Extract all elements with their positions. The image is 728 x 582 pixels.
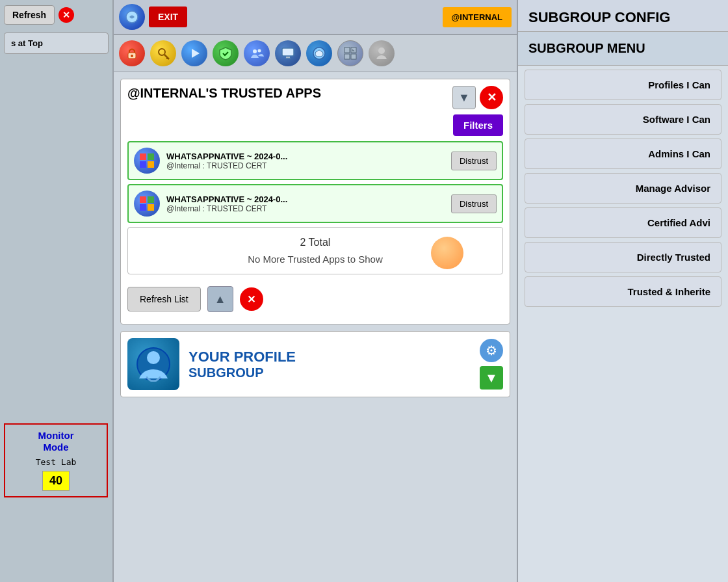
lock-icon[interactable] (119, 40, 145, 66)
app-item-1: WHATSAPPNATIVE ~ 2024-0... @Internal : T… (127, 141, 503, 180)
test-lab-label: Test Lab (10, 457, 101, 467)
svg-point-6 (253, 49, 257, 53)
svg-rect-15 (351, 54, 356, 59)
manage-advisor-menu-item[interactable]: Manage Advisor (525, 173, 722, 204)
app-icon-2 (134, 191, 160, 217)
toolbar-icon-1[interactable] (119, 4, 145, 30)
trusted-inherited-menu-item[interactable]: Trusted & Inherite (525, 276, 722, 307)
left-sidebar: Refresh ✕ s at Top MonitorMode Test Lab … (0, 0, 114, 582)
shield-icon[interactable] (213, 40, 239, 66)
profile-subgroup: SUBGROUP (188, 365, 471, 380)
profile-section: YOUR PROFILE SUBGROUP ⚙ ▼ (120, 331, 510, 397)
profile-actions: ⚙ ▼ (480, 339, 503, 390)
svg-rect-12 (344, 47, 350, 53)
trusted-apps-title: @INTERNAL'S TRUSTED APPS (127, 86, 452, 101)
svg-point-7 (258, 49, 261, 53)
top-toolbar: EXIT @INTERNAL (114, 0, 517, 35)
profiles-menu-item[interactable]: Profiles I Can (525, 70, 722, 100)
svg-point-18 (147, 351, 160, 364)
directly-trusted-menu-item[interactable]: Directly Trusted (525, 242, 722, 272)
number-badge: 40 (42, 471, 70, 491)
profile-name: YOUR PROFILE (188, 349, 471, 365)
right-panel-title: SUBGROUP CONFIG (518, 0, 728, 32)
certified-advisor-menu-item[interactable]: Certified Advi (525, 207, 722, 238)
up-arrow-button[interactable]: ▲ (207, 286, 233, 312)
content-area: @INTERNAL'S TRUSTED APPS ▼ ✕ Filters WHA… (114, 72, 517, 582)
svg-point-3 (159, 49, 165, 55)
grid-icon[interactable] (337, 40, 363, 66)
monitor-icon[interactable] (275, 40, 301, 66)
distrust-button-1[interactable]: Distrust (451, 152, 497, 170)
app-name-1: WHATSAPPNATIVE ~ 2024-0... (166, 152, 445, 161)
software-menu-item[interactable]: Software I Can (525, 104, 722, 135)
app-item-2: WHATSAPPNATIVE ~ 2024-0... @Internal : T… (127, 184, 503, 223)
filters-button[interactable]: Filters (453, 114, 503, 136)
summary-row: 2 Total No More Trusted Apps to Show (127, 227, 503, 274)
refresh-button[interactable]: Refresh (4, 5, 55, 25)
sidebar-refresh-row: Refresh ✕ (0, 0, 112, 30)
cloud-icon[interactable] (306, 40, 332, 66)
admins-menu-item[interactable]: Admins I Can (525, 139, 722, 169)
close-icon[interactable]: ✕ (58, 7, 74, 23)
svg-point-2 (131, 55, 133, 57)
svg-point-16 (378, 47, 385, 54)
total-label: 2 Total (300, 237, 331, 248)
profile-icon (127, 338, 179, 390)
app-status-1: @Internal : TRUSTED CERT (166, 161, 445, 170)
distrust-button-2[interactable]: Distrust (451, 194, 497, 213)
right-panel: SUBGROUP CONFIG SUBGROUP MENU Profiles I… (517, 0, 728, 582)
top-button[interactable]: s at Top (4, 33, 109, 54)
person-icon[interactable] (369, 40, 395, 66)
svg-rect-14 (344, 54, 350, 59)
monitor-mode-label: MonitorMode (10, 430, 101, 453)
trusted-apps-header: @INTERNAL'S TRUSTED APPS ▼ ✕ (127, 86, 503, 109)
exit-button[interactable]: EXIT (149, 7, 187, 27)
funnel-button[interactable]: ▼ (452, 86, 476, 109)
close-bottom-button[interactable]: ✕ (240, 287, 263, 311)
down-arrow-button[interactable]: ▼ (480, 366, 503, 390)
close-trusted-apps-button[interactable]: ✕ (480, 86, 503, 109)
svg-marker-5 (192, 49, 200, 58)
play-icon[interactable] (181, 40, 207, 66)
app-name-2: WHATSAPPNATIVE ~ 2024-0... (166, 194, 445, 204)
app-info-1: WHATSAPPNATIVE ~ 2024-0... @Internal : T… (166, 152, 445, 170)
icon-toolbar (114, 35, 517, 72)
profile-info: YOUR PROFILE SUBGROUP (188, 349, 471, 380)
monitor-mode-box: MonitorMode Test Lab 40 (4, 423, 108, 497)
orange-circle-decoration (431, 237, 463, 269)
svg-rect-8 (282, 48, 294, 56)
header-controls: ▼ ✕ (452, 86, 503, 109)
right-menu-heading: SUBGROUP MENU (518, 37, 728, 60)
gear-button[interactable]: ⚙ (480, 339, 503, 362)
key-icon[interactable] (150, 40, 176, 66)
internal-button[interactable]: @INTERNAL (443, 7, 512, 27)
trusted-apps-section: @INTERNAL'S TRUSTED APPS ▼ ✕ Filters WHA… (120, 79, 510, 324)
app-info-2: WHATSAPPNATIVE ~ 2024-0... @Internal : T… (166, 194, 445, 213)
main-panel: EXIT @INTERNAL (114, 0, 517, 582)
people-icon[interactable] (244, 40, 270, 66)
refresh-list-button[interactable]: Refresh List (127, 287, 201, 311)
bottom-controls: Refresh List ▲ ✕ (127, 281, 503, 317)
app-status-2: @Internal : TRUSTED CERT (166, 204, 445, 213)
no-more-label: No More Trusted Apps to Show (248, 254, 383, 265)
app-icon-1 (134, 148, 160, 174)
